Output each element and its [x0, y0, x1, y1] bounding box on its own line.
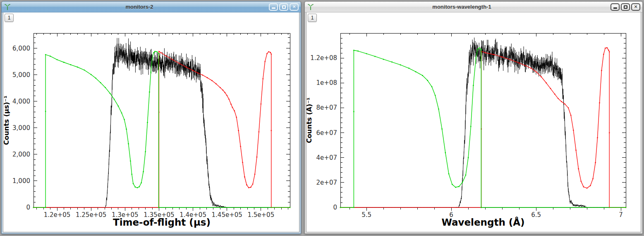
svg-text:Wavelength (Å): Wavelength (Å)	[441, 217, 524, 228]
plot-canvas-monitors-2[interactable]: 1.2e+051.25e+051.3e+051.35e+051.4e+051.4…	[3, 12, 299, 231]
svg-text:0: 0	[26, 204, 30, 211]
minimize-button[interactable]	[269, 3, 278, 11]
svg-text:1e+08: 1e+08	[316, 79, 337, 87]
window-monitors-wavelength-1: monitors-wavelength-1 ✕ 1 5.566.5702e+07…	[304, 1, 643, 234]
svg-text:7: 7	[619, 211, 623, 219]
svg-text:1,000: 1,000	[12, 177, 30, 185]
close-icon: ✕	[634, 5, 637, 9]
window-monitors-2: monitors-2 ✕ 1 1.2e+051.25e+051.3e+051.3…	[1, 1, 301, 234]
maximize-icon	[282, 5, 286, 9]
mantid-icon	[307, 3, 314, 11]
svg-text:1.2e+05: 1.2e+05	[44, 211, 71, 219]
maximize-button[interactable]	[279, 3, 288, 11]
svg-text:3,000: 3,000	[12, 124, 30, 132]
svg-text:Time-of-flight (µs): Time-of-flight (µs)	[113, 217, 211, 228]
minimize-icon	[613, 7, 617, 9]
titlebar[interactable]: monitors-wavelength-1 ✕	[305, 2, 642, 12]
window-controls: ✕	[268, 3, 299, 11]
window-controls: ✕	[609, 3, 640, 11]
svg-text:1.25e+05: 1.25e+05	[76, 211, 106, 219]
svg-text:1.45e+05: 1.45e+05	[212, 211, 242, 219]
titlebar[interactable]: monitors-2 ✕	[2, 2, 301, 12]
plot-canvas-monitors-wavelength-1[interactable]: 5.566.5702e+074e+076e+078e+071e+081.2e+0…	[306, 12, 641, 231]
svg-text:Counts (Å)⁻¹: Counts (Å)⁻¹	[306, 97, 313, 143]
layer-1-button[interactable]: 1	[308, 14, 317, 22]
svg-text:6e+07: 6e+07	[316, 129, 337, 137]
maximize-icon	[624, 5, 627, 9]
svg-text:5,000: 5,000	[12, 71, 30, 79]
svg-text:4,000: 4,000	[12, 98, 30, 105]
minimize-button[interactable]	[610, 3, 620, 11]
plot-window-content: 1 1.2e+051.25e+051.3e+051.35e+051.4e+051…	[3, 12, 299, 232]
svg-text:Counts (µs)⁻¹: Counts (µs)⁻¹	[3, 96, 10, 145]
window-title: monitors-2	[11, 4, 268, 10]
svg-text:6.5: 6.5	[531, 211, 541, 219]
svg-text:5.5: 5.5	[362, 211, 371, 219]
window-title: monitors-wavelength-1	[314, 4, 609, 10]
minimize-icon	[272, 7, 275, 9]
plot-window-content: 1 5.566.5702e+074e+076e+078e+071e+081.2e…	[306, 12, 641, 232]
close-button[interactable]: ✕	[631, 3, 640, 11]
maximize-button[interactable]	[621, 3, 630, 11]
svg-text:1.5e+05: 1.5e+05	[247, 211, 274, 219]
svg-text:4e+07: 4e+07	[316, 154, 337, 161]
svg-text:6,000: 6,000	[12, 45, 30, 52]
layer-1-button[interactable]: 1	[5, 14, 14, 22]
svg-text:2e+07: 2e+07	[316, 179, 337, 186]
svg-text:0: 0	[333, 204, 337, 211]
close-button[interactable]: ✕	[290, 3, 299, 11]
close-icon: ✕	[292, 5, 296, 9]
mantid-icon	[4, 3, 11, 11]
svg-text:8e+07: 8e+07	[316, 104, 337, 111]
svg-text:1.2e+08: 1.2e+08	[310, 54, 337, 62]
svg-text:2,000: 2,000	[12, 151, 30, 158]
